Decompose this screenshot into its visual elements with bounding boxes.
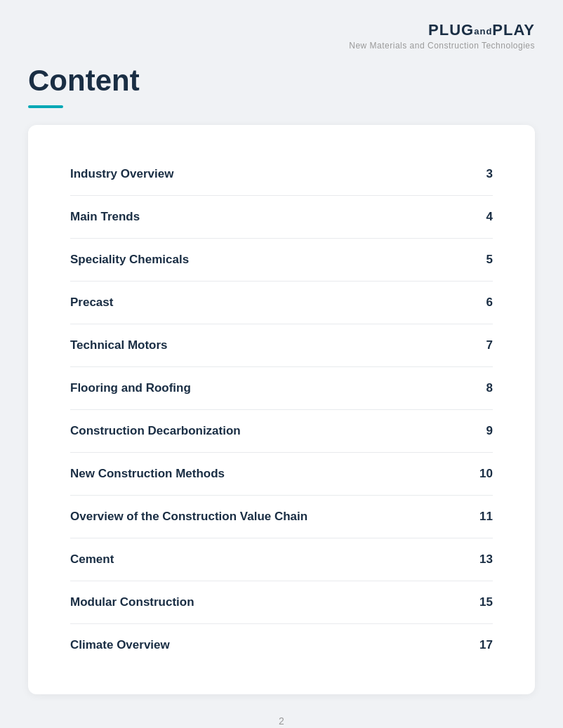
table-row: Cement13 [70, 538, 493, 581]
toc-item-page: 9 [470, 410, 493, 453]
toc-item-page: 13 [470, 538, 493, 581]
table-row: New Construction Methods10 [70, 453, 493, 496]
table-row: Modular Construction15 [70, 581, 493, 624]
table-row: Main Trends4 [70, 196, 493, 239]
table-row: Construction Decarbonization9 [70, 410, 493, 453]
toc-item-page: 8 [470, 367, 493, 410]
page-title: Content [28, 65, 535, 97]
page-number-footer: 2 [28, 715, 535, 727]
toc-item-label: Modular Construction [70, 581, 470, 624]
toc-item-label: Industry Overview [70, 153, 470, 196]
page-title-section: Content [28, 65, 535, 108]
toc-item-page: 6 [470, 282, 493, 324]
table-row: Overview of the Construction Value Chain… [70, 496, 493, 538]
table-row: Industry Overview3 [70, 153, 493, 196]
toc-item-label: Technical Motors [70, 324, 470, 367]
toc-item-page: 17 [470, 624, 493, 667]
toc-item-page: 10 [470, 453, 493, 496]
toc-item-label: Speciality Chemicals [70, 239, 470, 282]
toc-item-label: Climate Overview [70, 624, 470, 667]
header: PLUGandPLAY New Materials and Constructi… [28, 21, 535, 51]
table-row: Speciality Chemicals5 [70, 239, 493, 282]
toc-table: Industry Overview3Main Trends4Speciality… [70, 153, 493, 666]
logo: PLUGandPLAY [428, 21, 535, 39]
table-row: Precast6 [70, 282, 493, 324]
toc-item-label: Overview of the Construction Value Chain [70, 496, 470, 538]
subtitle: New Materials and Construction Technolog… [349, 41, 535, 51]
toc-item-label: New Construction Methods [70, 453, 470, 496]
toc-item-label: Main Trends [70, 196, 470, 239]
toc-item-label: Construction Decarbonization [70, 410, 470, 453]
table-row: Technical Motors7 [70, 324, 493, 367]
title-underline [28, 105, 63, 108]
toc-item-page: 5 [470, 239, 493, 282]
logo-and: and [474, 26, 492, 37]
table-row: Flooring and Roofing8 [70, 367, 493, 410]
toc-item-label: Precast [70, 282, 470, 324]
toc-item-page: 4 [470, 196, 493, 239]
toc-item-page: 11 [470, 496, 493, 538]
table-row: Climate Overview17 [70, 624, 493, 667]
toc-item-label: Cement [70, 538, 470, 581]
toc-item-page: 7 [470, 324, 493, 367]
toc-item-label: Flooring and Roofing [70, 367, 470, 410]
content-card: Industry Overview3Main Trends4Speciality… [28, 125, 535, 694]
toc-item-page: 3 [470, 153, 493, 196]
toc-item-page: 15 [470, 581, 493, 624]
